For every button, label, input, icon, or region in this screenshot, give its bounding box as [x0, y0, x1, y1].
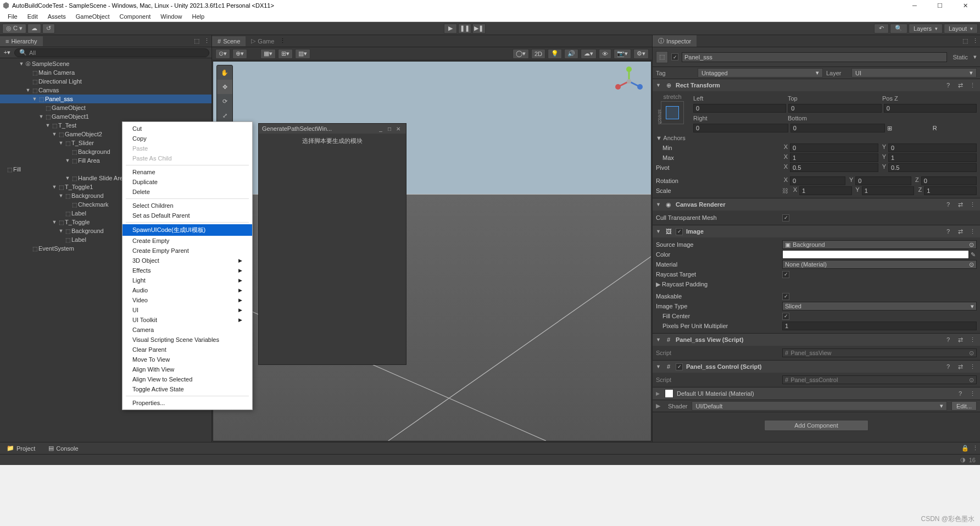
scl-x[interactable]: 1	[799, 186, 852, 195]
layers-dropdown[interactable]: Layers▾	[909, 24, 943, 34]
menu-toggle-active[interactable]: Toggle Active State	[122, 384, 252, 394]
menu-file[interactable]: File	[3, 12, 22, 21]
menu-window[interactable]: Window	[156, 12, 186, 21]
menu-edit[interactable]: Edit	[23, 12, 42, 21]
gameobject-active-checkbox[interactable]: ✓	[671, 53, 678, 60]
incr-button[interactable]: ▥▾	[295, 49, 310, 59]
menu-move-to-view[interactable]: Move To View	[122, 355, 252, 364]
expand-shader-icon[interactable]: ▶	[656, 402, 664, 409]
pivot-button[interactable]: ⊙▾	[215, 49, 230, 59]
step-button[interactable]: ▶❚	[472, 24, 486, 34]
rotate-tool[interactable]: ⟳	[217, 94, 232, 108]
menu-spawn-ui-code[interactable]: SpawnUICode(生成UI模板)	[122, 224, 252, 236]
right-field[interactable]: 0	[693, 124, 788, 132]
image-type-dropdown[interactable]: Sliced▾	[782, 302, 977, 311]
account-button[interactable]: ◎ C ▾	[2, 24, 26, 34]
anchor-min-y[interactable]: 0	[888, 143, 977, 152]
maskable-checkbox[interactable]: ✓	[782, 293, 789, 300]
hand-tool[interactable]: ✋	[217, 65, 232, 80]
menu-clear-parent[interactable]: Clear Parent	[122, 345, 252, 355]
rot-x[interactable]: 0	[790, 176, 845, 185]
fill-center-checkbox[interactable]: ✓	[782, 313, 789, 320]
menu-set-default-parent[interactable]: Set as Default Parent	[122, 211, 252, 220]
color-field[interactable]	[782, 250, 969, 259]
menu-gameobject[interactable]: GameObject	[71, 12, 114, 21]
lighting-button[interactable]: 💡	[548, 49, 562, 59]
draw-mode-button[interactable]: ◯▾	[513, 49, 529, 59]
ppu-field[interactable]: 1	[782, 322, 977, 330]
bottom-menu-icon[interactable]: ⋮	[970, 445, 980, 452]
pivot-x[interactable]: 0.5	[790, 163, 878, 172]
scale-link-icon[interactable]: ⛓	[782, 187, 788, 194]
anchor-preset-button[interactable]: stretch	[661, 101, 684, 124]
global-button[interactable]: ⊕▾	[232, 49, 247, 59]
hierarchy-lock-icon[interactable]: ⬚	[192, 37, 202, 45]
menu-3d-object[interactable]: 3D Object▶	[122, 256, 252, 265]
cull-checkbox[interactable]: ✓	[782, 214, 789, 222]
hierarchy-item[interactable]: ▼⬚Panel_sss	[0, 95, 211, 103]
hierarchy-item[interactable]: ⬚GameObject	[0, 103, 211, 112]
anchor-max-x[interactable]: 1	[790, 153, 878, 162]
maximize-button[interactable]: ☐	[927, 0, 953, 11]
snap-button[interactable]: ⊞▾	[278, 49, 293, 59]
hierarchy-item[interactable]: ⬚Directional Light	[0, 77, 211, 86]
menu-assets[interactable]: Assets	[43, 12, 70, 21]
minimize-button[interactable]: ─	[902, 0, 927, 11]
add-component-button[interactable]: Add Component	[764, 420, 868, 431]
menu-select-children[interactable]: Select Children	[122, 201, 252, 211]
hierarchy-item[interactable]: ▼⬚GameObject1	[0, 112, 211, 121]
raw-button[interactable]: R	[933, 125, 977, 132]
inspector-menu-icon[interactable]: ⋮	[970, 37, 980, 45]
hierarchy-menu-icon[interactable]: ⋮	[202, 37, 211, 45]
popup-min-icon[interactable]: _	[376, 126, 385, 132]
help-icon[interactable]: ?	[944, 82, 953, 88]
cloud-button[interactable]: ☁	[27, 24, 41, 34]
static-dropdown[interactable]: ▾	[973, 53, 977, 60]
menu-light[interactable]: Light▶	[122, 275, 252, 285]
auto-toggle-icon[interactable]: ◑	[960, 456, 966, 463]
menu-align-view-to-selected[interactable]: Align View to Selected	[122, 374, 252, 384]
popup-close-icon[interactable]: ✕	[394, 126, 403, 132]
move-tool[interactable]: ✥	[217, 80, 232, 94]
left-field[interactable]: 0	[693, 104, 786, 113]
inspector-tab[interactable]: ⓘInspector	[653, 35, 697, 47]
menu-vs-vars[interactable]: Visual Scripting Scene Variables	[122, 335, 252, 345]
top-field[interactable]: 0	[788, 104, 881, 113]
source-image-field[interactable]: ▣Background⊙	[782, 240, 977, 249]
menu-help[interactable]: Help	[187, 12, 209, 21]
history-button[interactable]: ↺	[42, 24, 55, 34]
menu-effects[interactable]: Effects▶	[122, 265, 252, 275]
search-button[interactable]: 🔍	[890, 24, 907, 34]
gameobject-name-input[interactable]	[682, 52, 947, 62]
scl-y[interactable]: 1	[862, 186, 915, 195]
menu-ui-toolkit[interactable]: UI Toolkit▶	[122, 315, 252, 325]
undo-history-button[interactable]: ↶	[874, 24, 889, 34]
menu-ui[interactable]: UI▶	[122, 305, 252, 315]
orientation-gizmo[interactable]	[614, 66, 644, 97]
project-tab[interactable]: 📁Project	[0, 443, 42, 453]
raycast-checkbox[interactable]: ✓	[782, 271, 789, 278]
menu-rename[interactable]: Rename	[122, 167, 252, 177]
menu-camera[interactable]: Camera	[122, 325, 252, 335]
anchor-min-x[interactable]: 0	[790, 143, 878, 152]
scene-tab[interactable]: #Scene	[212, 36, 246, 46]
menu-audio[interactable]: Audio▶	[122, 285, 252, 295]
pivot-y[interactable]: 0.5	[888, 163, 977, 172]
scene-menu-icon[interactable]: ⋮	[280, 37, 286, 45]
menu-align-with-view[interactable]: Align With View	[122, 364, 252, 374]
menu-video[interactable]: Video▶	[122, 295, 252, 305]
gizmos-button[interactable]: ⚙▾	[633, 49, 649, 59]
menu-delete[interactable]: Delete	[122, 187, 252, 197]
menu-duplicate[interactable]: Duplicate	[122, 177, 252, 187]
menu-properties[interactable]: Properties...	[122, 398, 252, 408]
posz-field[interactable]: 0	[884, 104, 977, 113]
component-menu-icon[interactable]: ⋮	[968, 82, 977, 89]
audio-button[interactable]: 🔊	[564, 49, 578, 59]
blueprint-button[interactable]: ⊞	[887, 125, 931, 132]
pause-button[interactable]: ❚❚	[458, 24, 471, 34]
scale-tool[interactable]: ⤢	[217, 108, 232, 123]
hierarchy-item[interactable]: ▼⬚Canvas	[0, 86, 211, 95]
play-button[interactable]: ▶	[444, 24, 457, 34]
tag-dropdown[interactable]: Untagged▾	[698, 68, 823, 77]
anchor-max-y[interactable]: 1	[888, 153, 977, 162]
